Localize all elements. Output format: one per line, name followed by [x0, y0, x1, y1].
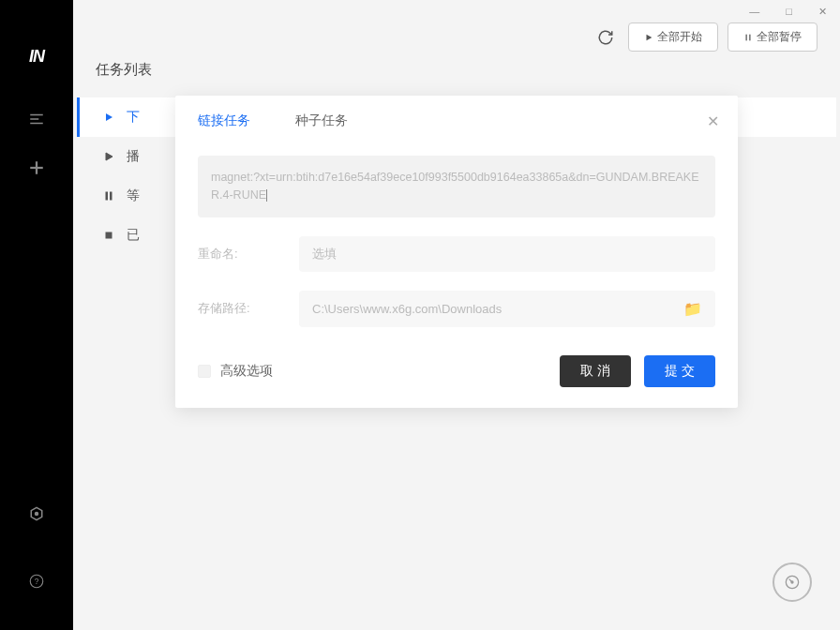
modal-header: 链接任务 种子任务 ✕: [175, 96, 738, 141]
path-input[interactable]: C:\Users\www.x6g.com\Downloads 📁: [299, 291, 715, 327]
path-value: C:\Users\www.x6g.com\Downloads: [312, 302, 502, 316]
path-label: 存储路径:: [198, 300, 299, 317]
rename-row: 重命名: 选填: [198, 236, 715, 272]
path-row: 存储路径: C:\Users\www.x6g.com\Downloads 📁: [198, 291, 715, 327]
app-root: IN ? — □ ✕ 全部开始: [0, 0, 840, 630]
modal-overlay: 链接任务 种子任务 ✕ magnet:?xt=urn:btih:d7e16e54…: [73, 0, 840, 630]
sidebar: IN ?: [0, 0, 73, 630]
settings-icon[interactable]: [18, 495, 55, 532]
modal-tab-link[interactable]: 链接任务: [198, 112, 250, 133]
svg-rect-4: [30, 167, 43, 169]
svg-rect-2: [30, 123, 43, 125]
submit-button[interactable]: 提 交: [644, 355, 715, 387]
checkbox-icon: [198, 365, 211, 378]
main-area: — □ ✕ 全部开始 全部暂停 任务列表 下: [73, 0, 840, 630]
svg-rect-0: [30, 114, 43, 116]
modal-buttons: 取 消 提 交: [560, 355, 715, 387]
menu-icon[interactable]: [18, 100, 55, 138]
modal-tab-seed[interactable]: 种子任务: [295, 112, 348, 133]
app-logo: IN: [29, 47, 44, 67]
cancel-button[interactable]: 取 消: [560, 355, 631, 387]
modal-footer: 高级选项 取 消 提 交: [175, 327, 738, 408]
sidebar-bottom: ?: [18, 495, 55, 611]
url-text: magnet:?xt=urn:btih:d7e16e54af39ece10f99…: [211, 171, 699, 202]
advanced-options-toggle[interactable]: 高级选项: [198, 363, 273, 380]
svg-text:?: ?: [35, 578, 39, 586]
rename-input[interactable]: 选填: [299, 236, 715, 272]
help-icon[interactable]: ?: [18, 562, 55, 600]
rename-placeholder: 选填: [312, 246, 337, 262]
folder-icon[interactable]: 📁: [683, 300, 702, 318]
add-icon[interactable]: [18, 149, 55, 187]
url-input[interactable]: magnet:?xt=urn:btih:d7e16e54af39ece10f99…: [198, 156, 715, 218]
svg-rect-1: [30, 118, 38, 120]
rename-label: 重命名:: [198, 246, 299, 262]
close-icon[interactable]: ✕: [707, 112, 719, 130]
modal-body: magnet:?xt=urn:btih:d7e16e54af39ece10f99…: [175, 141, 738, 327]
advanced-label: 高级选项: [220, 363, 273, 380]
new-task-modal: 链接任务 种子任务 ✕ magnet:?xt=urn:btih:d7e16e54…: [175, 96, 738, 408]
